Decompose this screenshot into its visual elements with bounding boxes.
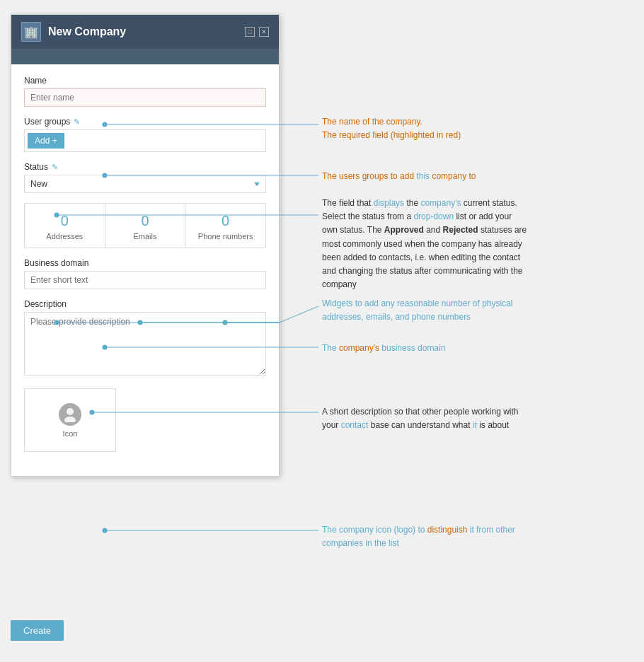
- user-groups-label: User groups ✎: [24, 117, 266, 127]
- icon-section[interactable]: Icon: [24, 388, 116, 452]
- icon-placeholder: [59, 403, 81, 426]
- building-icon: 🏢: [21, 22, 41, 42]
- bottom-actions: Create: [11, 617, 64, 641]
- name-label: Name: [24, 76, 266, 86]
- minimize-button[interactable]: □: [245, 27, 255, 37]
- widgets-row: 0 Addresses 0 Emails 0 Phone numbers: [24, 203, 266, 248]
- description-group: Description: [24, 299, 266, 378]
- user-groups-edit-icon[interactable]: ✎: [74, 117, 80, 127]
- phone-numbers-widget[interactable]: 0 Phone numbers: [185, 204, 265, 248]
- close-button[interactable]: ✕: [259, 27, 269, 37]
- status-select[interactable]: New Approved Rejected: [24, 175, 266, 193]
- business-domain-input[interactable]: [24, 271, 266, 289]
- business-domain-group: Business domain: [24, 258, 266, 289]
- status-edit-icon[interactable]: ✎: [52, 163, 58, 172]
- dialog-subheader: [11, 49, 279, 64]
- emails-label: Emails: [111, 232, 180, 240]
- svg-point-0: [67, 408, 74, 415]
- phone-numbers-count: 0: [191, 214, 260, 228]
- name-annotation: The name of the company. The required fi…: [322, 115, 461, 142]
- description-textarea[interactable]: [24, 312, 266, 376]
- dialog-titlebar: 🏢 New Company □ ✕: [11, 15, 279, 49]
- titlebar-controls: □ ✕: [245, 27, 269, 37]
- person-icon: [62, 407, 78, 422]
- create-button[interactable]: Create: [11, 620, 64, 641]
- emails-count: 0: [111, 214, 180, 228]
- user-groups-group: User groups ✎ Add +: [24, 117, 266, 152]
- status-group: Status ✎ New Approved Rejected: [24, 162, 266, 193]
- addresses-widget[interactable]: 0 Addresses: [25, 204, 105, 248]
- dialog-body: Name User groups ✎ Add + Status ✎: [11, 64, 279, 476]
- svg-line-14: [280, 306, 318, 323]
- description-annotation: A short description so that other people…: [322, 405, 527, 432]
- svg-point-1: [64, 417, 76, 422]
- status-label: Status ✎: [24, 162, 266, 172]
- name-group: Name: [24, 76, 266, 107]
- dialog-title: New Company: [48, 25, 126, 38]
- business-domain-annotation: The company's business domain: [322, 342, 445, 355]
- business-domain-label: Business domain: [24, 258, 266, 268]
- user-groups-area: Add +: [24, 129, 266, 152]
- status-annotation: The field that displays the company's cu…: [322, 197, 527, 291]
- user-groups-annotation: The users groups to add this company to: [322, 170, 476, 183]
- titlebar-left: 🏢 New Company: [21, 22, 126, 42]
- icon-annotation: The company icon (logo) to distinguish i…: [322, 523, 527, 550]
- dialog: 🏢 New Company □ ✕ Name User groups: [11, 14, 280, 477]
- emails-widget[interactable]: 0 Emails: [105, 204, 186, 248]
- add-user-group-button[interactable]: Add +: [28, 133, 64, 149]
- widgets-annotation: Widgets to add any reasonable number of …: [322, 297, 527, 324]
- page-wrapper: 🏢 New Company □ ✕ Name User groups: [0, 0, 644, 662]
- name-input[interactable]: [24, 88, 266, 107]
- svg-point-20: [103, 528, 108, 533]
- phone-numbers-label: Phone numbers: [191, 232, 260, 240]
- description-label: Description: [24, 299, 266, 309]
- icon-label-text: Icon: [63, 429, 78, 438]
- addresses-count: 0: [30, 214, 99, 228]
- addresses-label: Addresses: [30, 232, 99, 240]
